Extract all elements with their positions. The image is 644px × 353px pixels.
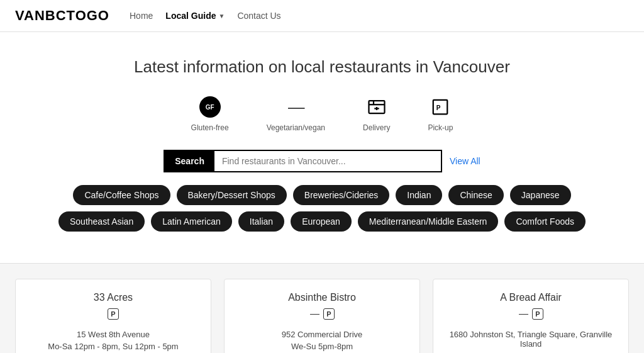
tag-latin-american[interactable]: Latin American	[151, 211, 232, 232]
search-input[interactable]	[214, 151, 441, 171]
view-all-link[interactable]: View All	[450, 156, 480, 166]
restaurant-name: Absinthe Bistro	[237, 292, 407, 303]
delivery-icon	[364, 94, 389, 120]
svg-text:P: P	[436, 104, 441, 111]
vegetarian-feature: ⸻ Vegetarian/vegan	[267, 94, 325, 132]
vegetarian-icon: ⸻	[283, 94, 308, 120]
tag-mediterranean[interactable]: Mediterranean/Middle Eastern	[358, 211, 499, 232]
veg-icon: ⸻	[309, 308, 319, 320]
restaurant-address: 952 Commercial Drive	[237, 330, 407, 339]
vegetarian-label: Vegetarian/vegan	[267, 123, 325, 132]
nav-contact[interactable]: Contact Us	[237, 11, 280, 21]
tag-european[interactable]: European	[291, 211, 352, 232]
dropdown-arrow-icon: ▼	[218, 13, 225, 20]
pickup-badge-icon: P	[323, 308, 334, 320]
tag-chinese[interactable]: Chinese	[448, 185, 503, 205]
nav-local-guide[interactable]: Local Guide ▼	[165, 11, 225, 21]
pickup-label: Pick-up	[428, 123, 453, 132]
tag-southeast-asian[interactable]: Southeast Asian	[58, 211, 145, 232]
category-tags: Cafe/Coffee Shops Bakery/Dessert Shops B…	[13, 185, 631, 250]
restaurant-cards: 33 Acres P 15 West 8th Avenue Mo-Sa 12pm…	[0, 264, 644, 353]
restaurant-hours: Mo-Sa 12pm - 8pm, Su 12pm - 5pm	[28, 342, 198, 351]
tag-italian[interactable]: Italian	[238, 211, 284, 232]
tag-japanese[interactable]: Japanese	[510, 185, 571, 205]
gluten-free-feature: GF Gluten-free	[191, 94, 229, 132]
restaurant-name: 33 Acres	[28, 292, 198, 303]
search-row: Search View All	[13, 150, 631, 172]
hero-title: Latest information on local restaurants …	[13, 57, 631, 77]
tag-comfort-foods[interactable]: Comfort Foods	[504, 211, 586, 232]
pickup-badge-icon: P	[108, 308, 118, 320]
pickup-icon: P	[428, 94, 453, 120]
restaurant-name: A Bread Affair	[446, 292, 616, 303]
search-button[interactable]: Search	[165, 151, 214, 171]
delivery-feature: Delivery	[363, 94, 390, 132]
nav-home[interactable]: Home	[130, 11, 153, 21]
site-logo[interactable]: VANBCTOGO	[15, 8, 109, 24]
card-icons: ⸻ P	[237, 308, 407, 320]
gluten-free-label: Gluten-free	[191, 123, 229, 132]
feature-icons: GF Gluten-free ⸻ Vegetarian/vegan Delive…	[13, 94, 631, 132]
tag-breweries[interactable]: Breweries/Cideries	[293, 185, 389, 205]
tag-cafe-coffee[interactable]: Cafe/Coffee Shops	[73, 185, 170, 205]
veg-icon: ⸻	[518, 308, 528, 320]
restaurant-hours: We-Su 5pm-8pm	[237, 342, 407, 351]
tag-indian[interactable]: Indian	[396, 185, 442, 205]
restaurant-address: 1680 Johnston St, Triangle Square, Granv…	[446, 330, 616, 349]
navbar: VANBCTOGO Home Local Guide ▼ Contact Us	[0, 0, 644, 32]
card-icons: ⸻ P	[446, 308, 616, 320]
hero-section: Latest information on local restaurants …	[0, 32, 644, 263]
gluten-free-icon: GF	[197, 94, 223, 120]
restaurant-address: 15 West 8th Avenue	[28, 330, 198, 339]
card-absinthe-bistro: Absinthe Bistro ⸻ P 952 Commercial Drive…	[224, 279, 420, 353]
card-a-bread-affair: A Bread Affair ⸻ P 1680 Johnston St, Tri…	[433, 279, 629, 353]
nav-links: Home Local Guide ▼ Contact Us	[130, 11, 281, 21]
card-icons: P	[28, 308, 198, 320]
search-bar: Search	[164, 150, 442, 172]
pickup-badge-icon: P	[532, 308, 543, 320]
tag-bakery-dessert[interactable]: Bakery/Dessert Shops	[177, 185, 287, 205]
cards-grid: 33 Acres P 15 West 8th Avenue Mo-Sa 12pm…	[15, 279, 629, 353]
pickup-feature: P Pick-up	[428, 94, 453, 132]
delivery-label: Delivery	[363, 123, 390, 132]
card-33-acres: 33 Acres P 15 West 8th Avenue Mo-Sa 12pm…	[15, 279, 211, 353]
